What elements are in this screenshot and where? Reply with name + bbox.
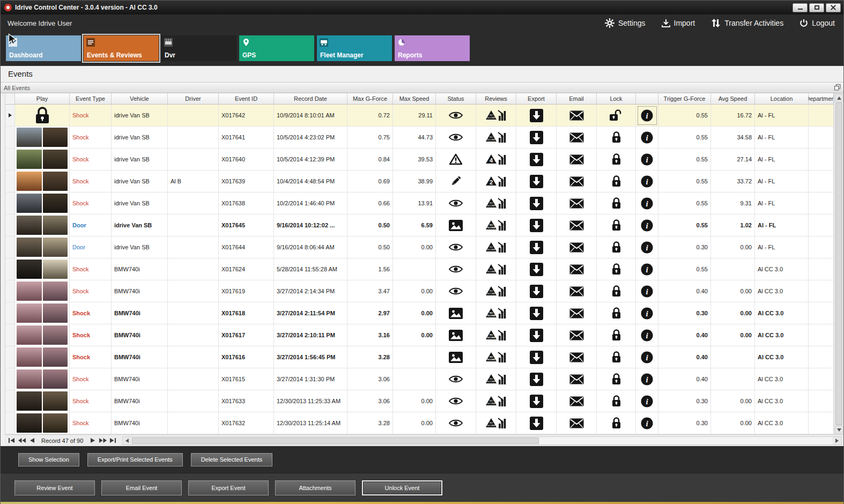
nav-nextpage-icon[interactable]	[98, 436, 108, 446]
thumbnail-images[interactable]	[15, 346, 69, 368]
column-header-location[interactable]: Location	[755, 93, 809, 105]
table-row-X017624[interactable]: ShockBMW740iX0176245/28/2014 11:55:28 AM…	[5, 258, 834, 280]
info-icon[interactable]: i	[636, 258, 658, 280]
lock-closed-icon[interactable]	[597, 368, 636, 390]
button-attachments[interactable]: Attachments	[275, 480, 356, 495]
horizontal-scroll-track[interactable]	[131, 437, 833, 444]
reviews-score-icon[interactable]: NOSCORE	[476, 258, 516, 280]
lock-large-icon[interactable]	[34, 106, 50, 125]
status-image-icon[interactable]	[436, 214, 476, 236]
thumbnail-images[interactable]	[15, 192, 69, 214]
thumbnail-images[interactable]	[15, 390, 69, 412]
info-icon[interactable]: i	[636, 127, 658, 149]
info-icon[interactable]: i	[636, 171, 658, 192]
export-icon[interactable]	[516, 192, 557, 214]
export-icon[interactable]	[516, 127, 557, 149]
table-row-X017645[interactable]: Dooridrive Van SBX0176459/16/2014 10:12:…	[5, 214, 834, 236]
column-header-vehicle[interactable]: Vehicle	[112, 93, 168, 105]
export-icon[interactable]	[516, 149, 557, 171]
reviews-score-icon[interactable]: NOSCORE	[476, 127, 516, 149]
column-header-event-id[interactable]: Event ID	[219, 93, 274, 105]
info-icon[interactable]: i	[636, 149, 658, 171]
thumbnail-images[interactable]	[15, 258, 69, 280]
info-icon[interactable]: i	[636, 214, 658, 236]
table-row-X017615[interactable]: ShockBMW740iX0176153/27/2014 1:31:30 PM3…	[5, 368, 834, 390]
export-icon[interactable]	[516, 105, 557, 127]
event-thumbnail[interactable]	[15, 324, 70, 346]
email-icon[interactable]	[557, 127, 597, 149]
status-warning-icon[interactable]	[436, 149, 476, 171]
table-row-X017641[interactable]: Shockidrive Van SBX01764110/5/2014 4:23:…	[5, 127, 834, 149]
event-thumbnail[interactable]	[15, 192, 70, 214]
button-email-event[interactable]: Email Event	[101, 480, 182, 495]
column-header-reviews[interactable]: Reviews	[476, 93, 516, 105]
export-icon[interactable]	[516, 324, 557, 346]
lock-closed-icon[interactable]	[597, 324, 636, 346]
tab-dvr[interactable]: Dvr	[161, 35, 236, 61]
menu-item-transfer-activities[interactable]: Transfer Activities	[711, 19, 783, 27]
email-icon[interactable]	[557, 324, 597, 346]
export-icon[interactable]	[516, 390, 557, 412]
tab-dashboard[interactable]: Dashboard	[6, 35, 81, 61]
scroll-left-icon[interactable]	[123, 437, 131, 444]
email-icon[interactable]	[557, 192, 597, 214]
button-review-event[interactable]: Review Event	[14, 480, 95, 495]
status-eye-icon[interactable]	[436, 280, 476, 302]
nav-prev-icon[interactable]	[27, 436, 37, 446]
email-icon[interactable]	[557, 412, 597, 434]
status-image-icon[interactable]	[436, 324, 476, 346]
email-icon[interactable]	[557, 105, 597, 127]
lock-closed-icon[interactable]	[597, 346, 636, 368]
scroll-right-icon[interactable]	[833, 437, 841, 444]
event-thumbnail[interactable]	[15, 236, 70, 258]
event-thumbnail[interactable]	[15, 171, 70, 192]
close-button[interactable]	[826, 3, 841, 12]
info-icon[interactable]: i	[636, 346, 658, 368]
reviews-score-icon[interactable]: NOSCORE	[476, 346, 516, 368]
status-eye-icon[interactable]	[436, 258, 476, 280]
column-header-trigger-g-force[interactable]: Trigger G-Force	[658, 93, 711, 105]
export-icon[interactable]	[516, 412, 557, 434]
reviews-score-icon[interactable]: 4	[476, 149, 516, 171]
table-row-X017617[interactable]: ShockBMW740iX0176173/27/2014 2:10:11 PM3…	[5, 324, 834, 346]
reviews-score-icon[interactable]: NOSCORE	[476, 324, 516, 346]
thumbnail-images[interactable]	[15, 149, 69, 170]
status-pencil-icon[interactable]	[436, 171, 476, 192]
tab-reports[interactable]: Reports	[395, 35, 470, 61]
column-header-play[interactable]: Play	[15, 93, 70, 105]
lock-closed-icon[interactable]	[597, 236, 636, 258]
email-icon[interactable]	[557, 149, 597, 171]
event-thumbnail[interactable]	[15, 302, 70, 324]
export-icon[interactable]	[516, 368, 557, 390]
column-header-email[interactable]: Email	[557, 93, 597, 105]
column-header-department[interactable]: Department	[809, 93, 834, 105]
status-eye-icon[interactable]	[436, 236, 476, 258]
nav-next-icon[interactable]	[87, 436, 98, 446]
lock-closed-icon[interactable]	[597, 214, 636, 236]
table-row-X017632[interactable]: ShockBMW740iX01763212/30/2013 11:25:14 A…	[5, 412, 834, 434]
horizontal-scroll-thumb[interactable]	[132, 438, 538, 444]
lock-open-icon[interactable]	[597, 105, 636, 127]
email-icon[interactable]	[557, 368, 597, 390]
table-row-X017639[interactable]: Shockidrive Van SBAl BX01763910/4/2014 4…	[5, 171, 834, 192]
button-delete-selected-events[interactable]: Delete Selected Events	[191, 453, 272, 466]
button-unlock-event[interactable]: Unlock Event	[362, 480, 442, 495]
column-header-status[interactable]: Status	[436, 93, 476, 105]
email-icon[interactable]	[557, 236, 597, 258]
table-row-X017642[interactable]: Shockidrive Van SBX01764210/9/2014 8:10:…	[5, 105, 834, 127]
thumbnail-images[interactable]	[15, 280, 69, 302]
nav-first-icon[interactable]	[6, 436, 17, 446]
thumbnail-images[interactable]	[15, 302, 69, 324]
lock-closed-icon[interactable]	[597, 412, 636, 434]
table-row-X017644[interactable]: Dooridrive Van SBX0176449/16/2014 8:06:4…	[5, 236, 834, 258]
reviews-score-icon[interactable]: NOSCORE	[476, 368, 516, 390]
column-header-driver[interactable]: Driver	[168, 93, 219, 105]
thumbnail-images[interactable]	[15, 127, 69, 148]
export-icon[interactable]	[516, 280, 557, 302]
minimize-button[interactable]	[793, 3, 808, 12]
column-header-max-speed[interactable]: Max Speed	[393, 93, 436, 105]
column-header-max-g-force[interactable]: Max G-Force	[347, 93, 393, 105]
event-thumbnail[interactable]	[15, 346, 70, 368]
reviews-score-icon[interactable]: NOSCORE	[476, 236, 516, 258]
lock-closed-icon[interactable]	[597, 149, 636, 171]
